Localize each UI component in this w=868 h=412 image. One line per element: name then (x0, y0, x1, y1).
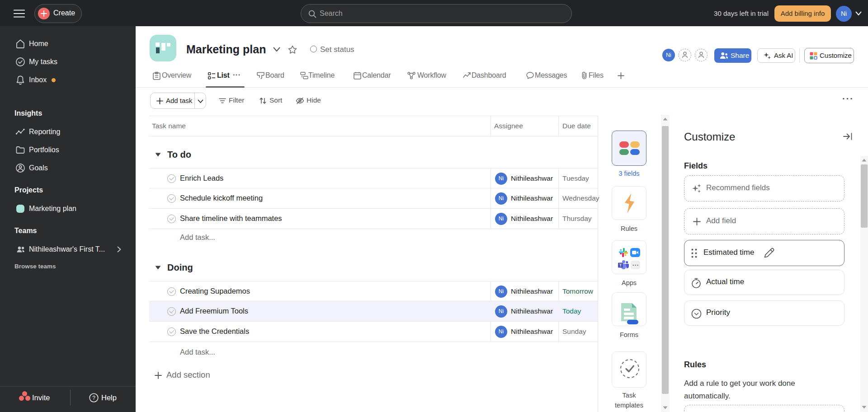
svg-text:T: T (619, 263, 622, 267)
svg-text:?: ? (92, 395, 95, 401)
